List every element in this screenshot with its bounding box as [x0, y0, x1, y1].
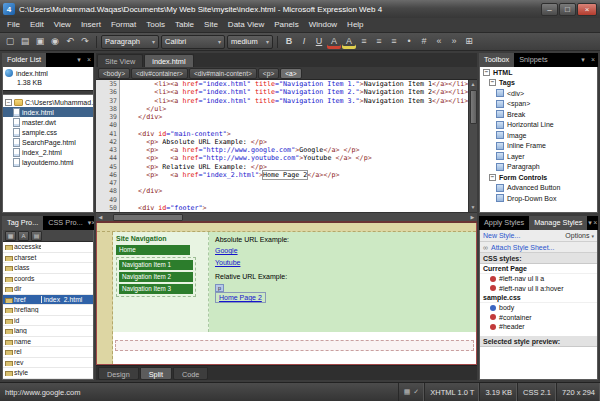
- view-tab-code[interactable]: Code: [173, 367, 208, 380]
- styles-tab-apply-styles[interactable]: Apply Styles: [479, 216, 529, 230]
- tree-item-layoutdemo-html[interactable]: layoutdemo.html: [3, 157, 93, 167]
- panel-close-icon[interactable]: ×: [593, 216, 598, 230]
- quick-tag-body[interactable]: <body>: [98, 68, 130, 79]
- collapse-icon[interactable]: −: [5, 99, 12, 106]
- open-file-row[interactable]: index.html: [3, 67, 93, 78]
- tag-property-row[interactable]: rev: [3, 358, 93, 369]
- style-rule[interactable]: #header: [480, 322, 597, 332]
- tree-item-searchpage-html[interactable]: SearchPage.html: [3, 137, 93, 147]
- bullets-icon[interactable]: •: [402, 35, 416, 49]
- toolbox-item-paragraph[interactable]: Paragraph: [480, 162, 597, 173]
- design-view[interactable]: Site Navigation Home Navigation Item 1Na…: [96, 223, 477, 365]
- doc-tab-site-view[interactable]: Site View: [97, 54, 143, 67]
- toolbox-tab-snippets[interactable]: Snippets: [514, 53, 552, 67]
- menu-item-help[interactable]: Help: [342, 18, 368, 32]
- panel-close-icon[interactable]: ×: [588, 53, 598, 67]
- panel-close-icon[interactable]: ×: [91, 216, 94, 230]
- open-icon[interactable]: ▤: [18, 35, 32, 49]
- font-color-icon[interactable]: A: [327, 35, 341, 49]
- tag-property-row[interactable]: hrefindex_2.html: [3, 295, 93, 306]
- align-center-icon[interactable]: ≡: [372, 35, 386, 49]
- design-footer-block[interactable]: [115, 340, 474, 351]
- decrease-indent-icon[interactable]: «: [432, 35, 446, 49]
- doc-tab-index-html[interactable]: index.html: [144, 54, 193, 67]
- style-rule[interactable]: body: [480, 303, 597, 313]
- underline-icon[interactable]: U: [312, 35, 326, 49]
- view-tab-split[interactable]: Split: [140, 367, 172, 380]
- menu-item-tools[interactable]: Tools: [141, 18, 170, 32]
- toolbox-item-drop-down-box[interactable]: Drop-Down Box: [480, 193, 597, 204]
- tag-property-row[interactable]: id: [3, 316, 93, 327]
- tag-property-row[interactable]: lang: [3, 326, 93, 337]
- toolbox-group-tags[interactable]: −Tags: [480, 78, 597, 89]
- tag-property-row[interactable]: style: [3, 368, 93, 379]
- tag-properties-tab-css-pro[interactable]: CSS Pro...: [43, 216, 87, 230]
- status-visual-aids[interactable]: ▦ ✓: [398, 383, 425, 401]
- menu-item-format[interactable]: Format: [106, 18, 141, 32]
- design-absolute-link[interactable]: Youtube: [215, 259, 240, 266]
- menu-item-site[interactable]: Site: [199, 18, 223, 32]
- tree-item-sample-css[interactable]: sample.css: [3, 127, 93, 137]
- toolbox-group-form-controls[interactable]: −Form Controls: [480, 172, 597, 183]
- tag-property-row[interactable]: rel: [3, 347, 93, 358]
- scrollbar-thumb[interactable]: [113, 214, 183, 221]
- code-horizontal-scrollbar[interactable]: ◀ ▶: [96, 212, 477, 221]
- tree-root-row[interactable]: − C:\Users\Muhammad.Waqas\Do: [3, 97, 93, 107]
- code-view[interactable]: 35363738394041424344454647484950 <li><a …: [96, 80, 477, 212]
- tag-properties-tab-tag-pro[interactable]: Tag Pro...: [2, 216, 43, 230]
- quick-tag-div-container[interactable]: <div#container>: [131, 68, 188, 79]
- menu-item-edit[interactable]: Edit: [25, 18, 49, 32]
- scroll-left-icon[interactable]: ◀: [96, 214, 105, 220]
- bold-icon[interactable]: B: [282, 35, 296, 49]
- preview-in-browser-icon[interactable]: ◉: [48, 35, 62, 49]
- tag-property-row[interactable]: dir: [3, 284, 93, 295]
- new-document-icon[interactable]: ▢: [3, 35, 17, 49]
- toolbox-item-div[interactable]: <div>: [480, 88, 597, 99]
- font-family-dropdown[interactable]: Calibri▾: [161, 35, 225, 49]
- collapse-icon[interactable]: −: [489, 174, 496, 181]
- italic-icon[interactable]: I: [297, 35, 311, 49]
- toolbox-item-span[interactable]: <span>: [480, 99, 597, 110]
- code-vertical-scrollbar[interactable]: ▲ ▼: [468, 80, 477, 212]
- show-set-properties-icon[interactable]: ▤: [31, 231, 42, 241]
- view-tab-design[interactable]: Design: [98, 367, 139, 380]
- tag-property-row[interactable]: hreflang: [3, 305, 93, 316]
- font-size-dropdown[interactable]: medium▾: [227, 35, 273, 49]
- tag-property-row[interactable]: charset: [3, 253, 93, 264]
- design-relative-link[interactable]: Home Page 2: [219, 294, 262, 301]
- tree-item-master-dwt[interactable]: master.dwt: [3, 117, 93, 127]
- status-doctype[interactable]: XHTML 1.0 T: [424, 383, 479, 401]
- tag-property-row[interactable]: coords: [3, 274, 93, 285]
- new-style-link[interactable]: New Style...: [483, 232, 520, 239]
- toolbox-root-row[interactable]: − HTML: [480, 67, 597, 78]
- paragraph-style-dropdown[interactable]: Paragraph▾: [101, 35, 159, 49]
- numbering-icon[interactable]: #: [417, 35, 431, 49]
- scroll-down-icon[interactable]: ▼: [469, 203, 478, 212]
- borders-icon[interactable]: ⊞: [462, 35, 476, 49]
- scrollbar-thumb[interactable]: [470, 90, 477, 124]
- categorized-view-icon[interactable]: ▦: [5, 231, 16, 241]
- menu-item-table[interactable]: Table: [170, 18, 199, 32]
- tree-item-index-2-html[interactable]: index_2.html: [3, 147, 93, 157]
- menu-item-view[interactable]: View: [49, 18, 76, 32]
- toolbox-item-layer[interactable]: Layer: [480, 151, 597, 162]
- save-icon[interactable]: ▣: [33, 35, 47, 49]
- style-rule[interactable]: #left-nav ul li a:hover: [480, 284, 597, 294]
- close-button[interactable]: ×: [577, 3, 597, 16]
- quick-tag-div-main-content[interactable]: <div#main-content>: [189, 68, 257, 79]
- panel-menu-icon[interactable]: ▾: [74, 53, 84, 67]
- styles-tab-manage-styles[interactable]: Manage Styles: [529, 216, 587, 230]
- alphabetical-view-icon[interactable]: A: [18, 231, 29, 241]
- style-rule[interactable]: #left-nav ul li a: [480, 274, 597, 284]
- menu-item-data-view[interactable]: Data View: [223, 18, 269, 32]
- quick-tag-p[interactable]: <p>: [258, 68, 279, 79]
- tag-property-row[interactable]: accesskey: [3, 242, 93, 253]
- minimize-button[interactable]: –: [541, 3, 558, 16]
- menu-item-file[interactable]: File: [2, 18, 25, 32]
- design-home-link[interactable]: Home: [116, 245, 190, 255]
- toolbox-item-break[interactable]: Break: [480, 109, 597, 120]
- increase-indent-icon[interactable]: »: [447, 35, 461, 49]
- redo-icon[interactable]: ↷: [78, 35, 92, 49]
- panel-menu-icon[interactable]: ▾: [578, 53, 588, 67]
- code-lines[interactable]: <li><a href="index.html" title="Navigati…: [120, 80, 468, 212]
